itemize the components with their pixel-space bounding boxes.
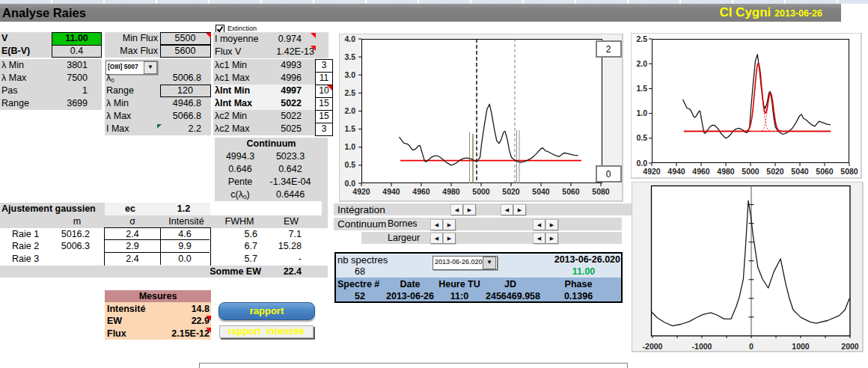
svg-text:1.5: 1.5 (636, 84, 647, 93)
svg-text:0.5: 0.5 (636, 133, 647, 142)
svg-text:1.5: 1.5 (344, 124, 355, 133)
svg-text:2000: 2000 (841, 342, 859, 351)
svg-text:2.5: 2.5 (636, 34, 647, 43)
svg-text:4920: 4920 (643, 167, 661, 176)
svg-text:5000: 5000 (472, 187, 490, 196)
svg-text:5060: 5060 (562, 187, 580, 196)
svg-text:5040: 5040 (791, 167, 809, 176)
svg-text:2.0: 2.0 (344, 106, 355, 115)
svg-text:4960: 4960 (692, 167, 710, 176)
svg-text:3.0: 3.0 (344, 70, 355, 79)
svg-text:5020: 5020 (766, 167, 784, 176)
svg-text:5080: 5080 (840, 167, 858, 176)
svg-text:2: 2 (606, 44, 611, 55)
svg-text:3.5: 3.5 (344, 52, 355, 61)
svg-text:-2000: -2000 (643, 342, 663, 351)
svg-text:4940: 4940 (667, 167, 685, 176)
svg-text:4.0: 4.0 (344, 34, 355, 43)
svg-text:4920: 4920 (352, 187, 370, 196)
svg-text:4940: 4940 (382, 187, 400, 196)
svg-text:1000: 1000 (792, 342, 810, 351)
svg-text:0.0: 0.0 (636, 159, 647, 168)
svg-text:1.0: 1.0 (636, 108, 647, 117)
svg-text:1.0: 1.0 (344, 142, 355, 151)
svg-text:0.5: 0.5 (344, 160, 355, 169)
svg-text:2.0: 2.0 (636, 59, 647, 68)
svg-text:0: 0 (606, 169, 611, 180)
svg-text:5040: 5040 (532, 187, 550, 196)
svg-text:4980: 4980 (442, 187, 460, 196)
svg-text:2.5: 2.5 (344, 88, 355, 97)
svg-text:0.0: 0.0 (344, 179, 355, 188)
svg-text:5060: 5060 (816, 167, 834, 176)
svg-text:5000: 5000 (742, 167, 760, 176)
svg-text:4980: 4980 (717, 167, 735, 176)
svg-text:-1000: -1000 (692, 342, 712, 351)
svg-text:0: 0 (749, 342, 754, 351)
svg-text:5080: 5080 (592, 187, 610, 196)
svg-text:5020: 5020 (502, 187, 520, 196)
svg-text:4960: 4960 (412, 187, 430, 196)
